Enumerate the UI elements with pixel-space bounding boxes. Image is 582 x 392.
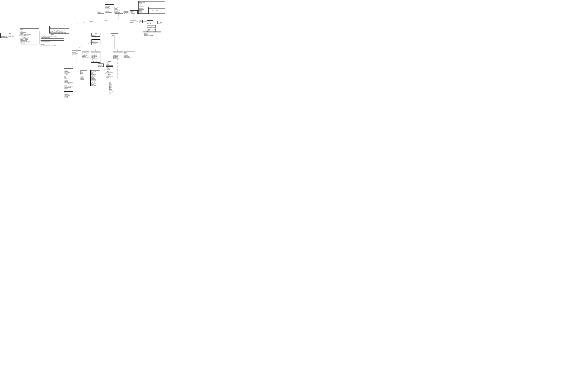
class-title: ITraverser (111, 34, 118, 35)
class-UseRelation: UseRelation - String start - String end … (64, 83, 73, 90)
class-Method: Method - String name - String accessLeve… (108, 81, 118, 94)
class-methods: + visitField(int access, String name, St… (41, 40, 64, 42)
class-methods: + String getProperty() + String getLabel… (106, 77, 113, 78)
class-methods: + visit(int version, int access, String … (41, 45, 64, 46)
class-fields: - String start - String end - String lab… (64, 92, 73, 94)
class-title: IRelation (72, 51, 81, 52)
svg-line-46 (103, 63, 106, 65)
interface-IMethod: «interface» IMethod + getName():String +… (113, 51, 123, 59)
svg-line-38 (118, 80, 118, 81)
interface-IVisitor: «interface» IVisitor + write(IModel mode… (130, 20, 136, 23)
class-methods: + preVisit(ITraverser t): void + visit(I… (143, 33, 161, 36)
class-methods: + visitClass(IModel model): void + visit… (123, 13, 130, 14)
stereotype: «interface» (92, 33, 100, 34)
class-ClassVisitor: ClassVisitor # api: int # cv: ClassVisit… (50, 26, 69, 34)
class-title: Method (108, 82, 118, 82)
class-DesignParser: DesignParser + main(String[] args): void… (88, 20, 123, 23)
class-title: ClassMethodVisitor (41, 34, 64, 35)
class-methods: + void adapter(String) (98, 14, 104, 14)
class-fields: - String name - String accessLevel - Str… (108, 82, 118, 86)
class-fields: - visitType: VisitType - targetType: Cla… (147, 22, 153, 23)
class-fields: - currentClass: IClass - classes: String… (1, 34, 19, 36)
class-methods: + addClass(IClass currentClass):void + g… (92, 42, 100, 45)
class-Field: Field - String name - String desc - Stri… (80, 70, 87, 80)
class-title: DecoratorPattern (106, 70, 113, 71)
class-title: BruteForceAdapterDetector (98, 12, 104, 12)
class-fields: - String UMLProperty - String UMLLabel -… (106, 62, 113, 64)
svg-line-13 (153, 22, 158, 22)
class-methods: + accept(Visitor v): void (111, 35, 118, 36)
enum-LazyInit: «final enum» LazyInitializationVisitType… (138, 20, 143, 23)
class-fields: - String UMLProperty - String UMLLabel -… (106, 71, 113, 72)
svg-line-48 (103, 65, 106, 72)
class-fields: - Visitor visitor - Map<String, String> … (115, 8, 123, 11)
class-methods: + visit(int version, int access, String … (50, 28, 69, 34)
class-title: ClassVisitor (50, 26, 69, 27)
class-methods: + visitMethod(int access, String name, S… (41, 36, 64, 38)
class-title: Model (92, 40, 100, 40)
class-Visitor2: Visitor - Map<LookupKey, IVisitorMethod>… (143, 32, 161, 36)
class-title: MethodContainer (124, 51, 135, 52)
class-methods: + String getProperty() + String getLabel… (106, 64, 113, 65)
class-fields: - currentClass: IClass - classes: String… (41, 35, 64, 36)
class-title: ClassFieldVisitor (41, 39, 64, 40)
class-BruteForceAdapterDetector: BruteForceAdapterDetector - IModel model… (98, 11, 104, 14)
interface-IVisitMethod: «interface» IVisitMethod + execute(ITrav… (158, 21, 164, 24)
class-title: DecoratorDetector (139, 7, 148, 8)
class-fields: - Parse - Void (138, 22, 143, 23)
interface-ITraverser: «interface» ITraverser + accept(Visitor … (111, 34, 118, 36)
class-methods: + String getProperty() + String getLabel… (106, 68, 113, 70)
interface-IField: «interface» IField + getDesc():String + … (82, 51, 89, 58)
class-methods: + getName():String + setName(String name… (108, 86, 118, 94)
class-methods: + addClass(IClass currentClass): void + … (92, 35, 100, 36)
class-myMethodVisitor: myMethodVisitor - currentClass: IClass -… (1, 33, 20, 38)
class-title: CompositePattern (106, 61, 113, 62)
svg-line-34 (76, 42, 92, 49)
class-methods: + drawRelation(): String + setFromObject… (72, 52, 81, 56)
stereotype: «interface» (91, 51, 100, 52)
class-fields: - Visitor visitor - List<IMethod> method… (139, 8, 148, 12)
class-title: IPattern (98, 64, 104, 65)
class-DecoratorPattern: DecoratorPattern - String UMLProperty - … (106, 70, 113, 74)
stereotype: «interface» (113, 51, 123, 52)
class-title: ConcreteClass (91, 70, 100, 71)
class-title: UseRelation (64, 83, 73, 84)
class-title: MethodVisitor (20, 28, 39, 28)
class-title: LookupKey (147, 20, 153, 22)
interface-IRelation: «interface» IRelation + drawRelation(): … (72, 50, 81, 56)
class-fields: - Visitor visitor - String adapteeName -… (130, 10, 138, 12)
class-MethodContainer: MethodContainer - instanceStart: boolean… (124, 51, 135, 58)
class-title: ClassDeclarationVisitor (41, 43, 64, 44)
class-methods: + execute(ITraverser t): void (158, 23, 164, 24)
class-fields: - String start - String end - String lab… (64, 84, 73, 87)
class-methods: + getName():String + setName(String name… (113, 52, 123, 59)
class-SingletonVisitor: SingletonVisitor - Visitor visitor - boo… (123, 10, 130, 14)
class-title: SequenceOutputStream (139, 1, 165, 2)
class-fields: - List<IClass> classes - List<IPattern> … (92, 40, 100, 42)
class-fields: - instanceStart: boolean - goingToClass:… (124, 52, 135, 54)
class-title: SingletonVisitor (123, 10, 130, 11)
class-methods: + main(String[] args): void + parse(Stri… (88, 21, 123, 23)
class-ExtensionRelation: ExtensionRelation - String start - Strin… (64, 75, 73, 82)
class-title: AdapterVisitor (130, 10, 138, 10)
class-title: SingletonPattern (106, 66, 113, 66)
svg-line-17 (59, 22, 88, 26)
class-title: Field (80, 70, 87, 71)
class-LookupKey: LookupKey - visitType: VisitType - targe… (147, 20, 153, 24)
class-methods: + drawRelation():String + setFromObject(… (64, 87, 73, 90)
class-methods: + drawRelation():String + setFromObject(… (64, 94, 73, 98)
class-title: ExtensionRelation (64, 76, 73, 76)
class-ClassDeclarationVisitor: ClassDeclarationVisitor - IClass current… (41, 43, 64, 46)
class-Visitor: «implements» Visitor - Map<LookupKey, IV… (147, 25, 156, 32)
stereotype: «interface» (111, 34, 118, 34)
class-title: Visitor (147, 26, 156, 27)
class-title: IVisitMethod (158, 22, 164, 23)
class-methods: + applyPattern(IClass c):void + visit(Mo… (139, 12, 148, 14)
class-fields: - String name - String desc - String sig… (80, 71, 87, 74)
class-fields: - Map<LookupKey, IVisitorMethod> keysToV… (147, 27, 156, 28)
class-title: UMLOutputStream (105, 4, 114, 5)
svg-line-40 (73, 66, 76, 68)
class-fields: - IClass currentClass (41, 40, 64, 40)
svg-line-49 (103, 65, 106, 76)
stereotype: «interface» (130, 20, 136, 21)
